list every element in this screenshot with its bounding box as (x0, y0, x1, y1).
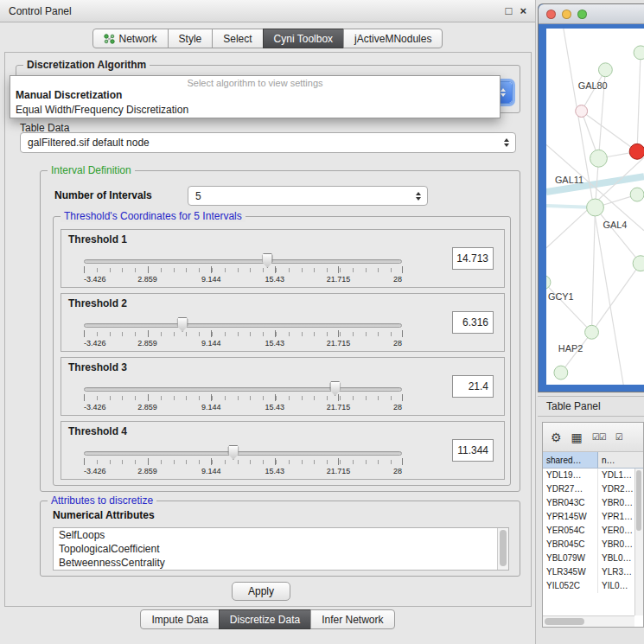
network-node[interactable] (590, 150, 608, 167)
dropdown-option-manual-discretization[interactable]: Manual Discretization (10, 88, 500, 103)
combo-value: galFiltered.sif default node (21, 137, 498, 149)
table-panel-titlebar[interactable]: Table Panel (538, 396, 644, 417)
control-panel-titlebar[interactable]: Control Panel □ × (0, 0, 535, 22)
column-header-name[interactable]: n… (598, 452, 643, 468)
table-row[interactable]: YDL19…YDL1… (543, 469, 634, 482)
network-node[interactable] (633, 256, 644, 271)
minimize-light-icon[interactable] (562, 10, 571, 19)
threshold-3-slider[interactable]: -3.4262.8599.14415.4321.71528 (84, 380, 402, 411)
slider-major-tick (338, 458, 339, 465)
network-window-titlebar[interactable] (539, 4, 644, 24)
slider-tick-label: -3.426 (84, 467, 106, 475)
slider-tick-label: 2.859 (137, 467, 157, 475)
slider-ticks (84, 332, 402, 336)
network-node[interactable] (576, 105, 588, 118)
list-item[interactable]: BetweennessCentrality (54, 556, 508, 570)
table-row[interactable]: YIL052CYIL0… (543, 579, 634, 593)
threshold-value-field[interactable]: 14.713 (452, 247, 494, 270)
network-node[interactable] (585, 325, 599, 339)
table-cell: YER054C (543, 524, 598, 538)
slider-track[interactable] (84, 387, 402, 392)
tab-style[interactable]: Style (168, 29, 214, 48)
table-row[interactable]: YDR27…YDR2… (543, 482, 634, 496)
tab-discretize-data[interactable]: Discretize Data (219, 609, 311, 629)
dropdown-option-equal-width-frequency[interactable]: Equal Width/Frequency Discretization (10, 103, 500, 118)
slider-thumb[interactable] (177, 317, 188, 332)
list-scrollbar[interactable] (497, 528, 508, 570)
tab-infer-network[interactable]: Infer Network (310, 609, 394, 629)
threshold-value-field[interactable]: 21.4 (452, 375, 494, 398)
column-header-shared-name[interactable]: shared… (543, 452, 598, 468)
table-cell: YIL052C (543, 579, 598, 593)
threshold-1-slider[interactable]: -3.4262.8599.14415.4321.71528 (84, 252, 402, 284)
table-horizontal-scrollbar[interactable] (543, 615, 634, 627)
slider-track[interactable] (84, 323, 402, 328)
zoom-light-icon[interactable] (577, 10, 587, 19)
slider-major-tick (148, 458, 149, 465)
scrollbar-thumb[interactable] (545, 618, 584, 625)
list-item[interactable]: TopologicalCoefficient (54, 542, 508, 556)
table-row[interactable]: YPR145WYPR1… (543, 510, 634, 524)
number-of-intervals-combobox[interactable]: 5 (188, 186, 428, 206)
select-row-icon[interactable]: ☑ (615, 431, 622, 443)
threshold-value-field[interactable]: 11.344 (452, 439, 494, 462)
tab-select[interactable]: Select (212, 29, 263, 48)
apply-button[interactable]: Apply (232, 582, 290, 601)
scrollbar-thumb[interactable] (636, 470, 641, 531)
tab-impute-data[interactable]: Impute Data (140, 609, 219, 629)
network-icon (104, 34, 115, 44)
network-edge[interactable] (637, 53, 641, 151)
scrollbar-thumb[interactable] (500, 530, 507, 566)
tab-network[interactable]: Network (92, 29, 169, 48)
network-node[interactable] (554, 366, 568, 379)
table-row[interactable]: YER054CYER0… (543, 524, 634, 538)
network-edge[interactable] (582, 112, 637, 152)
close-window-icon[interactable]: × (520, 5, 526, 17)
slider-track[interactable] (84, 259, 402, 264)
threshold-2-slider[interactable]: -3.4262.8599.14415.4321.71528 (84, 316, 402, 348)
columns-icon[interactable]: ▦ (571, 431, 583, 443)
table-row[interactable]: YBR045CYBR0… (543, 538, 634, 552)
network-edge[interactable] (546, 283, 592, 333)
table-row[interactable]: YBL079WYBL0… (543, 552, 634, 565)
threshold-3-box: Threshold 3 -3.4262.8599.14415.4321.7152… (61, 357, 505, 416)
threshold-value-field[interactable]: 6.316 (452, 311, 494, 334)
interval-definition-group: Interval Definition Number of Intervals … (40, 170, 520, 492)
tab-label: Discretize Data (230, 614, 300, 626)
network-edge[interactable] (592, 264, 641, 333)
slider-major-tick (275, 394, 276, 401)
combo-stepper-icon (410, 187, 427, 205)
numerical-attributes-list[interactable]: SelfLoops TopologicalCoefficient Between… (53, 527, 509, 571)
slider-thumb[interactable] (227, 445, 239, 460)
network-edge[interactable] (592, 207, 596, 332)
tab-jactivemnodules[interactable]: jActiveMNodules (343, 29, 443, 48)
network-node[interactable] (587, 199, 604, 216)
network-node[interactable] (630, 188, 644, 201)
slider-tick-label: 28 (393, 275, 402, 284)
list-item[interactable]: SelfLoops (54, 528, 508, 542)
float-window-icon[interactable]: □ (506, 5, 513, 17)
network-node[interactable] (546, 276, 551, 290)
table-row[interactable]: YBR043CYBR0… (543, 496, 634, 510)
slider-ticks (84, 460, 402, 464)
table-vertical-scrollbar[interactable] (634, 469, 643, 615)
slider-thumb[interactable] (262, 253, 273, 268)
table-row[interactable]: YLR345WYLR3… (543, 565, 634, 579)
group-title: Interval Definition (48, 164, 135, 176)
threshold-label: Threshold 3 (68, 361, 127, 373)
gear-icon[interactable]: ⚙ (551, 431, 562, 443)
threshold-4-slider[interactable]: -3.4262.8599.14415.4321.71528 (84, 444, 402, 475)
tab-cyni-toolbox[interactable]: Cyni Toolbox (263, 29, 344, 48)
combo-stepper-icon (498, 133, 515, 152)
network-node[interactable] (598, 63, 612, 77)
table-data-combobox[interactable]: galFiltered.sif default node (20, 132, 516, 153)
slider-major-tick (402, 266, 403, 273)
close-light-icon[interactable] (546, 10, 556, 19)
network-canvas[interactable]: GAL80GAL11GAL4GCY1HAP2 (546, 29, 644, 385)
slider-major-tick (211, 266, 212, 273)
slider-track[interactable] (84, 451, 402, 456)
network-node[interactable] (634, 46, 644, 60)
slider-tick-label: 21.715 (327, 403, 351, 411)
network-node[interactable] (629, 143, 644, 159)
select-columns-icon[interactable]: ☑☑ (592, 431, 606, 443)
